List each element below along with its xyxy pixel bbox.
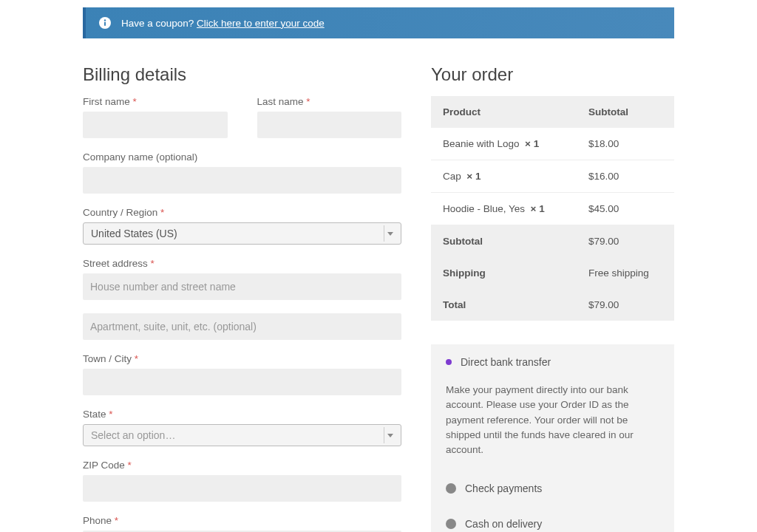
table-row: Hoodie - Blue, Yes × 1 $45.00 <box>431 193 674 225</box>
last-name-field[interactable] <box>257 112 402 138</box>
zip-label: ZIP Code * <box>83 460 401 471</box>
svg-point-1 <box>104 19 106 21</box>
th-subtotal: Subtotal <box>577 96 674 128</box>
th-product: Product <box>431 96 577 128</box>
state-label: State * <box>83 409 401 420</box>
street-field-1[interactable] <box>83 273 401 300</box>
payment-bank-transfer[interactable]: Direct bank transfer <box>431 344 674 380</box>
company-field[interactable] <box>83 167 401 194</box>
table-row: Beanie with Logo × 1 $18.00 <box>431 128 674 160</box>
last-name-label: Last name * <box>257 96 402 107</box>
coupon-banner: Have a coupon? Click here to enter your … <box>83 7 674 38</box>
order-table: Product Subtotal Beanie with Logo × 1 $1… <box>431 96 674 321</box>
chevron-down-icon <box>387 232 393 236</box>
info-icon <box>99 17 111 29</box>
zip-field[interactable] <box>83 475 401 502</box>
payment-cod[interactable]: Cash on delivery <box>431 506 674 532</box>
coupon-link[interactable]: Click here to enter your code <box>197 18 325 29</box>
company-label: Company name (optional) <box>83 151 401 163</box>
first-name-label: First name * <box>83 96 228 107</box>
radio-icon <box>446 483 456 494</box>
first-name-field[interactable] <box>83 112 228 138</box>
coupon-text: Have a coupon? <box>121 18 197 29</box>
city-field[interactable] <box>83 369 401 395</box>
radio-checked-icon <box>446 359 452 365</box>
chevron-down-icon <box>387 434 393 437</box>
table-row: Cap × 1 $16.00 <box>431 160 674 193</box>
street-label: Street address * <box>83 258 401 269</box>
payment-methods: Direct bank transfer Make your payment d… <box>431 344 674 532</box>
billing-section: Billing details First name * Last name *… <box>83 64 401 532</box>
radio-icon <box>446 519 456 529</box>
phone-label: Phone * <box>83 515 401 526</box>
city-label: Town / City * <box>83 353 401 364</box>
country-select[interactable]: United States (US) <box>83 222 401 245</box>
order-heading: Your order <box>431 64 674 85</box>
svg-rect-2 <box>104 22 106 26</box>
payment-check[interactable]: Check payments <box>431 471 674 506</box>
billing-heading: Billing details <box>83 64 401 85</box>
payment-bank-description: Make your payment directly into our bank… <box>431 380 674 471</box>
country-label: Country / Region * <box>83 207 401 218</box>
street-field-2[interactable] <box>83 313 401 340</box>
state-select[interactable]: Select an option… <box>83 424 401 446</box>
